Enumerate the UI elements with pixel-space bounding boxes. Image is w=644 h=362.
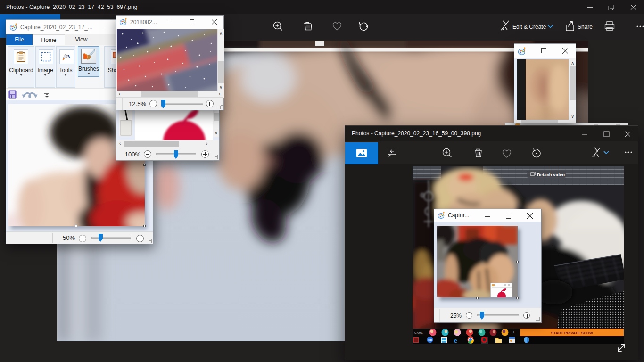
svg-text:Detach video: Detach video	[537, 172, 565, 177]
svg-text:Edit & Create: Edit & Create	[512, 24, 546, 30]
svg-text:+: +	[512, 330, 515, 335]
svg-text:A: A	[66, 53, 71, 60]
svg-text:e: e	[454, 337, 457, 344]
svg-text:START PRIVATE SHOW: START PRIVATE SHOW	[551, 331, 593, 335]
svg-text:Share: Share	[578, 24, 593, 30]
svg-text:UR: UR	[428, 339, 432, 342]
svg-text:GAME: GAME	[414, 331, 423, 334]
